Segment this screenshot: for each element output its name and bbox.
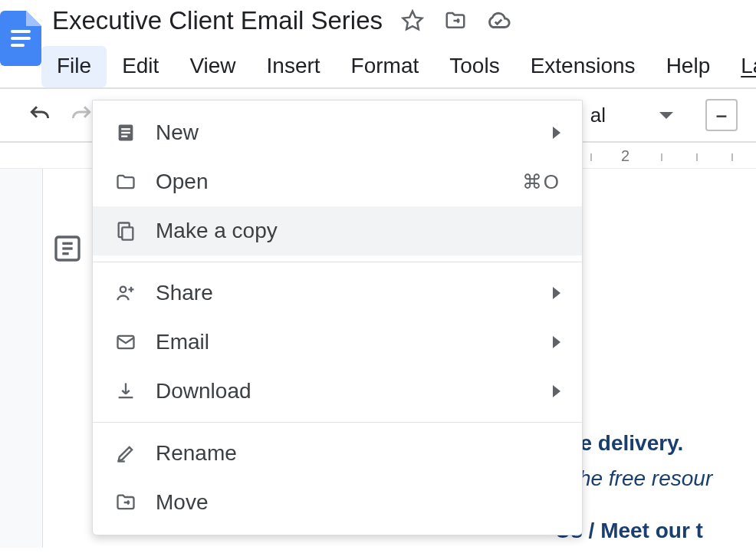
menu-bar: File Edit View Insert Format Tools Exten…: [41, 46, 756, 87]
font-dropdown-caret-icon[interactable]: [659, 112, 673, 119]
submenu-arrow-icon: [553, 127, 560, 139]
outline-column: [43, 169, 92, 548]
svg-point-10: [120, 287, 126, 292]
svg-rect-6: [121, 128, 130, 130]
folder-icon: [114, 170, 137, 193]
undo-icon[interactable]: [28, 103, 52, 127]
download-icon: [114, 380, 137, 403]
share-icon: [114, 282, 137, 305]
file-menu-dropdown: New Open ⌘O Make a copy Share Email Down…: [92, 100, 583, 535]
menu-make-a-copy[interactable]: Make a copy: [93, 206, 582, 255]
menu-move[interactable]: Move: [93, 478, 582, 527]
menu-extensions[interactable]: Extensions: [515, 46, 651, 87]
toolbar-right: al –: [590, 99, 738, 131]
email-icon: [114, 331, 137, 354]
doc-icon: [114, 121, 137, 144]
menu-separator: [93, 262, 582, 262]
svg-rect-9: [122, 227, 133, 239]
menu-rename-label: Rename: [156, 441, 560, 466]
submenu-arrow-icon: [553, 336, 560, 348]
menu-view[interactable]: View: [174, 46, 251, 87]
menu-open-label: Open: [156, 170, 522, 194]
app-header: Executive Client Email Series File Edit …: [0, 0, 756, 87]
redo-icon[interactable]: [69, 103, 94, 127]
svg-rect-7: [121, 132, 130, 133]
outline-icon[interactable]: [52, 233, 83, 264]
ruler-tick: [696, 153, 698, 161]
move-folder-icon[interactable]: [442, 8, 468, 34]
menu-format[interactable]: Format: [336, 46, 435, 87]
left-margin: [0, 169, 43, 548]
copy-icon: [114, 219, 137, 242]
title-area: Executive Client Email Series File Edit …: [41, 6, 756, 87]
rename-icon: [114, 442, 137, 465]
menu-edit[interactable]: Edit: [107, 46, 174, 87]
font-size-decrease-button[interactable]: –: [705, 99, 738, 131]
ruler-tick: [661, 153, 662, 161]
svg-marker-0: [403, 12, 422, 30]
menu-make-a-copy-label: Make a copy: [156, 219, 560, 243]
ruler-tick: [731, 153, 733, 161]
font-name-partial[interactable]: al: [590, 104, 606, 127]
menu-last-truncated[interactable]: La: [725, 46, 756, 87]
menu-tools[interactable]: Tools: [434, 46, 514, 87]
ruler-number-2: 2: [621, 147, 629, 165]
menu-new[interactable]: New: [93, 108, 582, 157]
submenu-arrow-icon: [553, 287, 560, 299]
docs-logo-icon[interactable]: [0, 11, 41, 66]
menu-help[interactable]: Help: [651, 46, 726, 87]
menu-move-label: Move: [156, 490, 560, 515]
menu-rename[interactable]: Rename: [93, 429, 582, 478]
cloud-saved-icon[interactable]: [485, 8, 511, 34]
undo-redo-group: [28, 103, 94, 127]
menu-open[interactable]: Open ⌘O: [93, 157, 582, 206]
ruler-tick: [590, 153, 592, 161]
star-icon[interactable]: [399, 8, 426, 34]
menu-share[interactable]: Share: [93, 268, 582, 318]
menu-insert[interactable]: Insert: [251, 46, 336, 87]
menu-separator: [93, 422, 582, 423]
document-title[interactable]: Executive Client Email Series: [52, 6, 383, 35]
submenu-arrow-icon: [553, 385, 560, 397]
move-icon: [114, 491, 137, 514]
menu-open-shortcut: ⌘O: [522, 170, 560, 194]
menu-download-label: Download: [156, 379, 553, 404]
menu-download[interactable]: Download: [93, 367, 582, 416]
svg-rect-8: [121, 136, 127, 137]
title-row: Executive Client Email Series: [41, 6, 756, 35]
menu-email[interactable]: Email: [93, 318, 582, 367]
menu-new-label: New: [156, 120, 553, 145]
menu-share-label: Share: [156, 281, 553, 305]
menu-email-label: Email: [156, 330, 553, 354]
menu-file[interactable]: File: [41, 46, 107, 87]
logo-container: [0, 6, 41, 66]
